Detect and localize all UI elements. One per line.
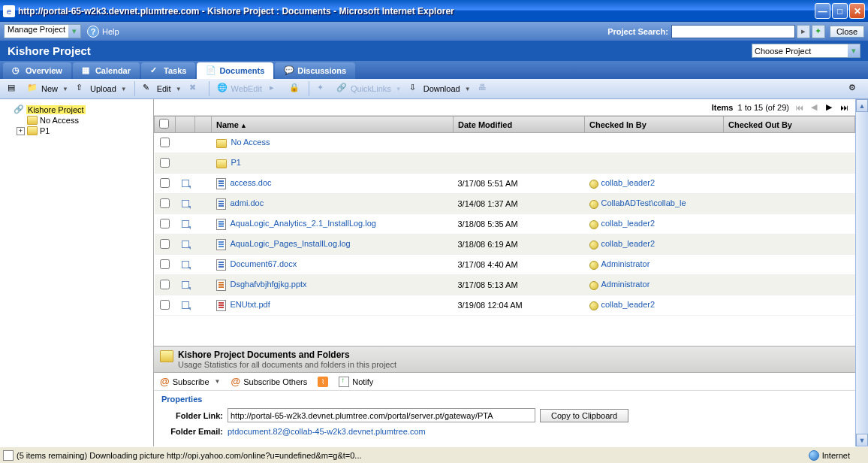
user-link[interactable]: Administrator — [601, 280, 650, 289]
file-link[interactable]: ENUtxt.pdf — [231, 300, 270, 309]
folder-link[interactable]: No Access — [231, 138, 270, 147]
tree-expander[interactable]: + — [17, 127, 25, 135]
help-icon[interactable]: ? — [87, 26, 99, 38]
name-cell: Document67.docx — [212, 255, 454, 275]
name-cell: P1 — [212, 153, 454, 174]
row-menu-icon[interactable] — [180, 198, 191, 209]
scroll-down-button[interactable]: ▼ — [856, 434, 868, 446]
row-menu-icon[interactable] — [180, 280, 191, 290]
row-menu-icon[interactable] — [180, 178, 191, 189]
delete-button[interactable]: ✖ — [186, 81, 204, 96]
row-menu-icon[interactable] — [180, 219, 191, 229]
row-menu-icon[interactable] — [180, 300, 191, 310]
page-last-button[interactable]: ⏭ — [839, 102, 849, 113]
rss-icon[interactable]: ⌇ — [318, 377, 328, 387]
checkedout-header[interactable]: Checked Out By — [724, 117, 855, 133]
file-link[interactable]: access.doc — [231, 178, 272, 187]
ie-icon: e — [3, 5, 15, 17]
subscribe-button[interactable]: @Subscribe▼ — [160, 376, 221, 387]
tab-overview[interactable]: ◷Overview — [3, 62, 71, 79]
user-link[interactable]: collab_leader2 — [601, 178, 656, 187]
folder-link-input[interactable] — [228, 408, 535, 422]
user-link[interactable]: collab_leader2 — [601, 300, 656, 309]
name-cell: AquaLogic_Pages_InstallLog.log — [212, 235, 454, 255]
row-checkbox[interactable] — [160, 158, 170, 168]
user-link[interactable]: CollabADTest\collab_le — [601, 198, 686, 207]
help-link[interactable]: Help — [102, 27, 119, 36]
tree-root-label: Kishore Project — [26, 105, 86, 114]
file-icon — [216, 239, 226, 250]
project-header: Kishore Project Choose Project ▾ — [0, 41, 868, 61]
row-checkbox[interactable] — [160, 178, 170, 188]
file-link[interactable]: Dsghafvbjhfgjkg.pptx — [231, 280, 307, 289]
date-cell: 3/17/08 5:13 AM — [454, 275, 585, 295]
tree-toggle-button[interactable]: ▤ — [5, 81, 23, 96]
tab-calendar[interactable]: ▦Calendar — [73, 62, 140, 79]
chevron-down-icon: ▼ — [62, 86, 68, 92]
download-button[interactable]: ⇩Download▼ — [406, 81, 474, 96]
select-all-header[interactable] — [155, 117, 176, 133]
file-icon — [216, 198, 226, 210]
page-next-button[interactable]: ▶ — [824, 102, 834, 113]
checkedin-header[interactable]: Checked In By — [585, 117, 724, 133]
file-link[interactable]: Document67.docx — [231, 259, 297, 268]
select-all-checkbox[interactable] — [159, 119, 169, 129]
minimize-button[interactable]: — — [815, 3, 830, 19]
maximize-button[interactable]: □ — [832, 3, 848, 19]
search-input[interactable] — [671, 25, 795, 38]
chevron-down-icon: ▼ — [215, 378, 221, 385]
row-checkbox[interactable] — [160, 300, 170, 310]
scroll-track[interactable] — [856, 112, 868, 434]
copy-clipboard-button[interactable]: Copy to Clipboard — [540, 409, 628, 422]
user-link[interactable]: Administrator — [601, 259, 650, 268]
user-link[interactable]: collab_leader2 — [601, 239, 656, 248]
manage-project-dropdown[interactable]: Manage Project ▾ — [4, 24, 81, 38]
tab-documents[interactable]: 📄Documents — [197, 62, 273, 79]
row-checkbox[interactable] — [160, 239, 170, 249]
scroll-up-button[interactable]: ▲ — [856, 99, 868, 112]
page-first-button[interactable]: ⏮ — [794, 102, 804, 113]
presence-icon — [589, 200, 598, 209]
upload-button[interactable]: ⇧Upload▼ — [73, 81, 130, 96]
folder-link[interactable]: P1 — [231, 158, 241, 167]
row-menu-icon[interactable] — [180, 239, 191, 250]
row-menu-icon[interactable] — [180, 259, 191, 270]
subscribe-others-button[interactable]: @Subscribe Others — [231, 376, 308, 387]
status-zone: Internet — [809, 450, 865, 461]
search-go-button[interactable]: ▸ — [797, 25, 810, 38]
row-checkbox[interactable] — [160, 198, 170, 208]
file-link[interactable]: admi.doc — [231, 198, 264, 207]
notify-button[interactable]: Notify — [339, 377, 373, 387]
name-cell: admi.doc — [212, 194, 454, 214]
file-link[interactable]: AquaLogic_Pages_InstallLog.log — [231, 239, 351, 248]
download-icon: ⇩ — [409, 83, 421, 95]
choose-project-dropdown[interactable]: Choose Project ▾ — [752, 44, 860, 58]
row-checkbox[interactable] — [160, 138, 170, 147]
user-link[interactable]: collab_leader2 — [601, 219, 656, 228]
tab-tasks[interactable]: ✓Tasks — [141, 62, 195, 79]
search-advanced-button[interactable]: ✦ — [812, 25, 825, 38]
folder-email-link[interactable]: ptdocument.82@collab-45-w2k3.devnet.plum… — [228, 427, 426, 436]
tab-discussions[interactable]: 💬Discussions — [275, 62, 355, 79]
row-checkbox[interactable] — [160, 219, 170, 228]
close-window-button[interactable]: ✕ — [849, 3, 865, 19]
new-button[interactable]: 📁New▼ — [24, 81, 71, 96]
row-checkbox[interactable] — [160, 280, 170, 289]
page-prev-button[interactable]: ◀ — [809, 102, 819, 113]
document-table-container: Name▲ Date Modified Checked In By Checke… — [154, 116, 855, 346]
pagination-bar: Items 1 to 15 (of 29) ⏮ ◀ ▶ ⏭ — [154, 99, 855, 116]
table-row: Document67.docx 3/17/08 4:40 AM Administ… — [155, 255, 855, 275]
tree-root-icon: 🔗 — [14, 104, 24, 114]
name-header[interactable]: Name▲ — [212, 117, 454, 133]
edit-button[interactable]: ✎Edit▼ — [140, 81, 185, 96]
close-button[interactable]: Close — [830, 26, 864, 38]
settings-button[interactable]: ⚙ — [845, 81, 863, 96]
tree-node-noaccess[interactable]: No Access — [3, 115, 150, 126]
row-checkbox[interactable] — [160, 259, 170, 269]
table-row: No Access — [155, 133, 855, 153]
file-link[interactable]: AquaLogic_Analytics_2.1_InstallLog.log — [231, 219, 376, 228]
date-header[interactable]: Date Modified — [454, 117, 585, 133]
vertical-scrollbar[interactable]: ▲ ▼ — [855, 99, 868, 446]
tree-node-p1[interactable]: + P1 — [3, 126, 150, 136]
tree-root-node[interactable]: 🔗 Kishore Project — [3, 104, 150, 115]
